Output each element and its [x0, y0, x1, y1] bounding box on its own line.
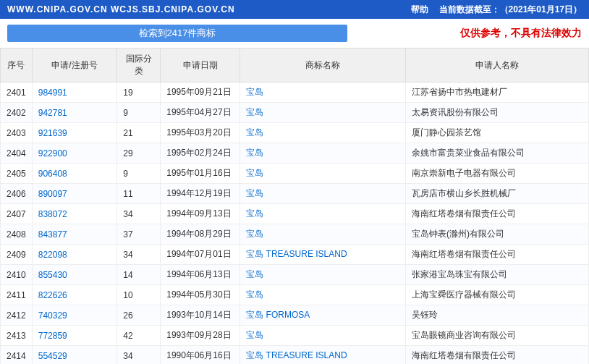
cell-applicant: 海南红塔卷烟有限责任公司 [405, 346, 588, 365]
cell-name: 宝岛 FORMOSA [240, 305, 406, 326]
name-link[interactable]: 宝岛 TREASURE ISLAND [246, 350, 347, 360]
reg-link[interactable]: 843877 [38, 229, 67, 240]
col-header: 序号 [1, 48, 33, 82]
col-header: 国际分类 [117, 48, 161, 82]
cell-applicant: 吴钰玲 [405, 305, 588, 326]
name-link[interactable]: 宝岛 [246, 330, 263, 340]
legal-warning: 仅供参考，不具有法律效力 [347, 27, 582, 40]
cell-applicant: 海南红塔卷烟有限责任公司 [405, 245, 588, 265]
cell-class: 9 [117, 103, 161, 123]
name-link[interactable]: 宝岛 TREASURE ISLAND [246, 249, 347, 259]
name-link[interactable]: 宝岛 [246, 148, 263, 158]
reg-link[interactable]: 838072 [38, 209, 67, 219]
cell-index: 2409 [1, 245, 33, 265]
cell-index: 2412 [1, 305, 33, 326]
reg-link[interactable]: 922900 [38, 148, 67, 158]
cell-reg: 822626 [32, 285, 117, 305]
name-link[interactable]: 宝岛 [246, 127, 263, 137]
cell-name: 宝岛 [240, 184, 406, 204]
reg-link[interactable]: 890097 [38, 189, 67, 199]
cell-index: 2406 [1, 184, 33, 204]
col-header: 申请日期 [161, 48, 240, 82]
cell-reg: 922900 [32, 143, 117, 164]
reg-link[interactable]: 822626 [38, 290, 67, 300]
cell-class: 34 [117, 245, 161, 265]
name-link[interactable]: 宝岛 [246, 229, 263, 239]
cell-date: 1993年10月14日 [161, 305, 240, 326]
cell-name: 宝岛 [240, 82, 406, 103]
name-link[interactable]: 宝岛 [246, 208, 263, 219]
cell-index: 2404 [1, 143, 33, 164]
cell-date: 1994年08月29日 [161, 224, 240, 245]
table-row: 2407838072341994年09月13日宝岛海南红塔卷烟有限责任公司 [1, 204, 589, 224]
cell-class: 11 [117, 184, 161, 204]
name-link[interactable]: 宝岛 [246, 188, 263, 198]
table-row: 2409822098341994年07月01日宝岛 TREASURE ISLAN… [1, 245, 589, 265]
table-row: 2414554529341990年06月16日宝岛 TREASURE ISLAN… [1, 346, 589, 365]
cell-date: 1995年09月21日 [161, 82, 240, 103]
cell-name: 宝岛 TREASURE ISLAND [240, 346, 406, 365]
results-table: 序号申请/注册号国际分类申请日期商标名称申请人名称 24019849911919… [0, 48, 589, 364]
reg-link[interactable]: 984991 [38, 88, 67, 98]
date-cutoff: 当前数据截至：（2021年01月17日） [439, 4, 582, 16]
cell-index: 2410 [1, 265, 33, 285]
reg-link[interactable]: 554529 [38, 351, 67, 361]
table-row: 2403921639211995年03月20日宝岛厦门静心园茶艺馆 [1, 123, 589, 143]
reg-link[interactable]: 822098 [38, 250, 67, 260]
reg-link[interactable]: 855430 [38, 270, 67, 280]
table-row: 2412740329261993年10月14日宝岛 FORMOSA吴钰玲 [1, 305, 589, 326]
table-row: 240294278191995年04月27日宝岛太易资讯股份有限公司 [1, 103, 589, 123]
cell-class: 26 [117, 305, 161, 326]
cell-date: 1994年09月13日 [161, 204, 240, 224]
reg-link[interactable]: 942781 [38, 108, 67, 118]
summary-row: 检索到2417件商标 仅供参考，不具有法律效力 [0, 19, 589, 48]
cell-applicant: 江苏省扬中市热电建材厂 [405, 82, 588, 103]
cell-reg: 554529 [32, 346, 117, 365]
col-header: 商标名称 [240, 48, 406, 82]
cell-name: 宝岛 [240, 326, 406, 346]
cell-name: 宝岛 [240, 265, 406, 285]
cell-applicant: 南京崇新电子电器有限公司 [405, 164, 588, 184]
cell-class: 29 [117, 143, 161, 164]
help-link[interactable]: 帮助 [411, 4, 428, 16]
cell-applicant: 张家港宝岛珠宝有限公司 [405, 265, 588, 285]
table-row: 2406890097111994年12月19日宝岛瓦房店市横山乡长胜机械厂 [1, 184, 589, 204]
cell-name: 宝岛 [240, 224, 406, 245]
cell-name: 宝岛 [240, 164, 406, 184]
cell-applicant: 余姚市富贵菜业食品有限公司 [405, 143, 588, 164]
cell-date: 1994年06月13日 [161, 265, 240, 285]
name-link[interactable]: 宝岛 [246, 269, 263, 279]
name-link[interactable]: 宝岛 [246, 289, 263, 300]
cell-date: 1994年05月30日 [161, 285, 240, 305]
cell-class: 10 [117, 285, 161, 305]
cell-reg: 838072 [32, 204, 117, 224]
cell-index: 2414 [1, 346, 33, 365]
cell-index: 2403 [1, 123, 33, 143]
cell-reg: 942781 [32, 103, 117, 123]
table-row: 240590640891995年01月16日宝岛南京崇新电子电器有限公司 [1, 164, 589, 184]
reg-link[interactable]: 772859 [38, 331, 67, 341]
cell-applicant: 瓦房店市横山乡长胜机械厂 [405, 184, 588, 204]
site-urls: WWW.CNIPA.GOV.CN WCJS.SBJ.CNIPA.GOV.CN [7, 4, 411, 14]
name-link[interactable]: 宝岛 FORMOSA [246, 310, 310, 320]
cell-date: 1993年09月28日 [161, 326, 240, 346]
cell-reg: 921639 [32, 123, 117, 143]
cell-class: 14 [117, 265, 161, 285]
cell-name: 宝岛 [240, 285, 406, 305]
cell-reg: 890097 [32, 184, 117, 204]
reg-link[interactable]: 921639 [38, 128, 67, 138]
reg-link[interactable]: 906408 [38, 169, 67, 179]
cell-reg: 822098 [32, 245, 117, 265]
name-link[interactable]: 宝岛 [246, 168, 263, 178]
cell-name: 宝岛 TREASURE ISLAND [240, 245, 406, 265]
cell-index: 2401 [1, 82, 33, 103]
name-link[interactable]: 宝岛 [246, 87, 263, 97]
cell-class: 34 [117, 204, 161, 224]
cell-date: 1994年07月01日 [161, 245, 240, 265]
cell-index: 2413 [1, 326, 33, 346]
cell-name: 宝岛 [240, 103, 406, 123]
reg-link[interactable]: 740329 [38, 310, 67, 321]
cell-applicant: 上海宝舜医疗器械有限公司 [405, 285, 588, 305]
cell-reg: 740329 [32, 305, 117, 326]
name-link[interactable]: 宝岛 [246, 107, 263, 117]
